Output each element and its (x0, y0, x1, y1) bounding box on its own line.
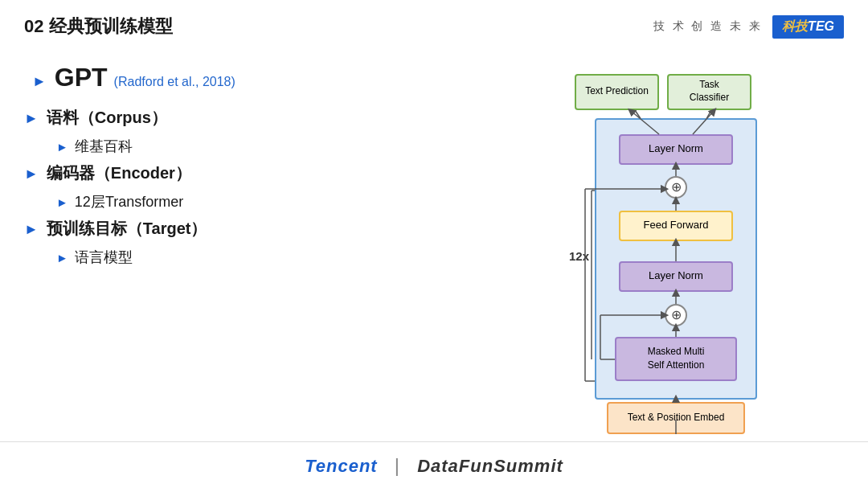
sub-corpus-1: ► 维基百科 (56, 137, 506, 156)
layer-norm-top: Layer Norm (619, 134, 733, 165)
header: 02 经典预训练模型 技 术 创 造 未 来 科技TEG (0, 0, 868, 47)
main-content: ► GPT (Radford et al., 2018) ► 语料（Corpus… (0, 47, 868, 438)
right-panel: Text Prediction TaskClassifier Layer Nor… (506, 55, 844, 438)
plus-circle-bottom: ⊕ (665, 304, 687, 326)
header-right: 技 术 创 造 未 来 科技TEG (653, 15, 844, 39)
arrow-corpus: ► (24, 110, 39, 127)
header-brand: 科技TEG (772, 15, 844, 39)
header-slogan: 技 术 创 造 未 来 (653, 19, 763, 34)
sub-arrow-wiki: ► (56, 140, 68, 154)
layer-norm-bottom: Layer Norm (619, 261, 733, 292)
transformer-label: 12层Transformer (75, 192, 183, 211)
footer-datafun: DataFunSummit (417, 456, 563, 476)
arrow-gpt: ► (32, 73, 47, 90)
footer-content: Tencent | DataFunSummit (305, 454, 563, 477)
section-corpus: ► 语料（Corpus） (24, 107, 506, 129)
langmodel-label: 语言模型 (75, 248, 133, 267)
plus-circle-top: ⊕ (665, 176, 687, 199)
section-encoder: ► 编码器（Encoder） (24, 162, 506, 184)
sub-encoder-1: ► 12层Transformer (56, 192, 506, 211)
section-target: ► 预训练目标（Target） (24, 218, 506, 240)
feed-forward-box: Feed Forward (619, 211, 733, 241)
encoder-label: 编码器（Encoder） (47, 162, 191, 184)
gpt-label: GPT (55, 63, 108, 92)
corpus-label: 语料（Corpus） (47, 107, 167, 129)
gpt-citation: (Radford et al., 2018) (114, 75, 235, 89)
box-task-classifier: TaskClassifier (667, 74, 751, 110)
architecture-diagram: Text Prediction TaskClassifier Layer Nor… (522, 58, 828, 436)
footer-separator: | (395, 454, 400, 476)
label-12x: 12x (569, 249, 589, 263)
sub-arrow-langmodel: ► (56, 251, 68, 265)
sub-target-1: ► 语言模型 (56, 248, 506, 267)
masked-attention-box: Masked MultiSelf Attention (615, 337, 737, 381)
left-panel: ► GPT (Radford et al., 2018) ► 语料（Corpus… (24, 55, 506, 438)
slide: 02 经典预训练模型 技 术 创 造 未 来 科技TEG ► GPT (Radf… (0, 0, 868, 488)
arrow-target: ► (24, 221, 39, 238)
gpt-title-row: ► GPT (Radford et al., 2018) (32, 63, 506, 92)
sub-arrow-transformer: ► (56, 195, 68, 209)
footer-tencent: Tencent (305, 456, 378, 476)
footer: Tencent | DataFunSummit (0, 441, 868, 488)
slide-title: 02 经典预训练模型 (24, 14, 173, 39)
box-text-prediction: Text Prediction (575, 74, 659, 110)
arrow-encoder: ► (24, 166, 39, 182)
target-label: 预训练目标（Target） (47, 218, 207, 240)
wiki-label: 维基百科 (75, 137, 133, 156)
text-position-embed-box: Text & Position Embed (607, 402, 745, 434)
